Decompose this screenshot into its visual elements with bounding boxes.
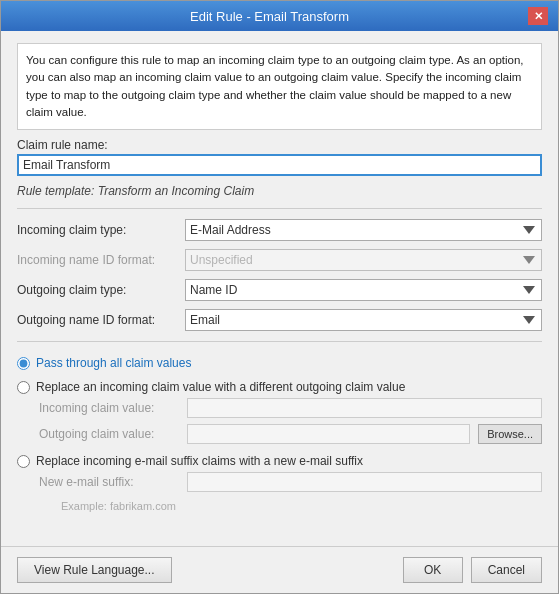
replace-suffix-row[interactable]: Replace incoming e-mail suffix claims wi… xyxy=(17,454,542,468)
outgoing-name-id-format-row: Outgoing name ID format: Email xyxy=(17,309,542,331)
new-email-suffix-row: New e-mail suffix: xyxy=(39,472,542,492)
outgoing-claim-type-select[interactable]: Name ID xyxy=(185,279,542,301)
incoming-claim-value-row: Incoming claim value: xyxy=(39,398,542,418)
cancel-button[interactable]: Cancel xyxy=(471,557,542,583)
footer-right: OK Cancel xyxy=(403,557,542,583)
dialog-content: You can configure this rule to map an in… xyxy=(1,31,558,546)
pass-through-option: Pass through all claim values xyxy=(17,356,542,370)
new-email-suffix-label: New e-mail suffix: xyxy=(39,475,179,489)
outgoing-name-id-format-select[interactable]: Email xyxy=(185,309,542,331)
browse-button[interactable]: Browse... xyxy=(478,424,542,444)
example-text: Example: fabrikam.com xyxy=(61,500,542,512)
replace-suffix-label: Replace incoming e-mail suffix claims wi… xyxy=(36,454,363,468)
incoming-claim-type-label: Incoming claim type: xyxy=(17,223,177,237)
incoming-claim-type-select[interactable]: E-Mail Address xyxy=(185,219,542,241)
description-text: You can configure this rule to map an in… xyxy=(26,54,524,118)
title-bar: Edit Rule - Email Transform ✕ xyxy=(1,1,558,31)
outgoing-claim-value-row: Outgoing claim value: Browse... xyxy=(39,424,542,444)
view-rule-language-button[interactable]: View Rule Language... xyxy=(17,557,172,583)
replace-label: Replace an incoming claim value with a d… xyxy=(36,380,405,394)
replace-option: Replace an incoming claim value with a d… xyxy=(17,380,542,444)
replace-suffix-radio[interactable] xyxy=(17,455,30,468)
pass-through-row[interactable]: Pass through all claim values xyxy=(17,356,542,370)
replace-sub-fields: Incoming claim value: Outgoing claim val… xyxy=(39,398,542,444)
outgoing-claim-value-input[interactable] xyxy=(187,424,470,444)
incoming-claim-type-row: Incoming claim type: E-Mail Address xyxy=(17,219,542,241)
incoming-claim-value-input[interactable] xyxy=(187,398,542,418)
new-email-suffix-input[interactable] xyxy=(187,472,542,492)
incoming-claim-value-label: Incoming claim value: xyxy=(39,401,179,415)
radio-section: Pass through all claim values Replace an… xyxy=(17,356,542,512)
dialog: Edit Rule - Email Transform ✕ You can co… xyxy=(0,0,559,594)
replace-radio[interactable] xyxy=(17,381,30,394)
replace-suffix-option: Replace incoming e-mail suffix claims wi… xyxy=(17,454,542,512)
replace-row[interactable]: Replace an incoming claim value with a d… xyxy=(17,380,542,394)
outgoing-claim-type-row: Outgoing claim type: Name ID xyxy=(17,279,542,301)
rule-template-label: Rule template: Transform an Incoming Cla… xyxy=(17,184,542,198)
claim-rule-name-input[interactable] xyxy=(17,154,542,176)
pass-through-label: Pass through all claim values xyxy=(36,356,191,370)
dialog-title: Edit Rule - Email Transform xyxy=(11,9,528,24)
dialog-footer: View Rule Language... OK Cancel xyxy=(1,546,558,593)
footer-left: View Rule Language... xyxy=(17,557,172,583)
incoming-name-id-format-label: Incoming name ID format: xyxy=(17,253,177,267)
description-box: You can configure this rule to map an in… xyxy=(17,43,542,130)
close-button[interactable]: ✕ xyxy=(528,7,548,25)
separator-1 xyxy=(17,208,542,209)
claim-rule-name-section: Claim rule name: xyxy=(17,138,542,176)
incoming-name-id-format-row: Incoming name ID format: Unspecified xyxy=(17,249,542,271)
outgoing-claim-value-label: Outgoing claim value: xyxy=(39,427,179,441)
outgoing-claim-type-label: Outgoing claim type: xyxy=(17,283,177,297)
separator-2 xyxy=(17,341,542,342)
pass-through-radio[interactable] xyxy=(17,357,30,370)
outgoing-name-id-format-label: Outgoing name ID format: xyxy=(17,313,177,327)
ok-button[interactable]: OK xyxy=(403,557,463,583)
claim-rule-name-label: Claim rule name: xyxy=(17,138,542,152)
incoming-name-id-format-select[interactable]: Unspecified xyxy=(185,249,542,271)
replace-suffix-sub-fields: New e-mail suffix: Example: fabrikam.com xyxy=(39,472,542,512)
